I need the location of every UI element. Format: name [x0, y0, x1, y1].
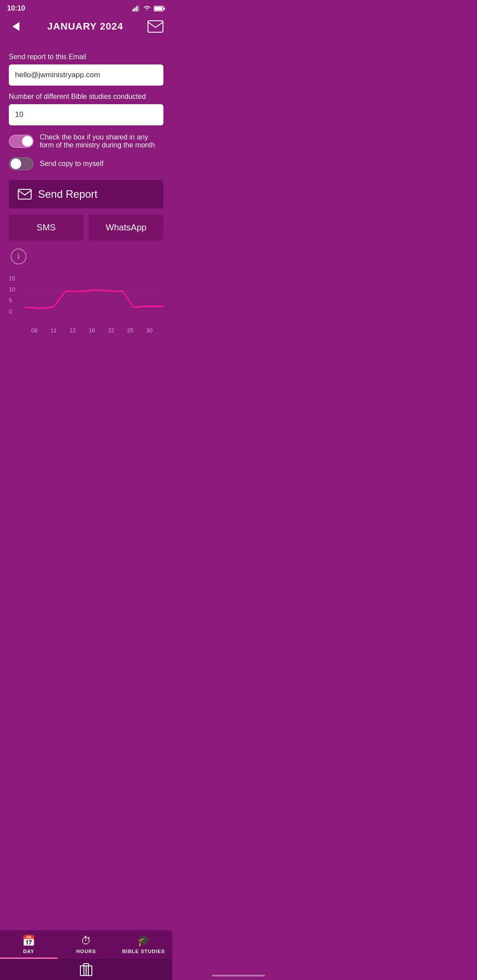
info-row: i: [9, 249, 163, 264]
envelope-icon: [18, 189, 32, 200]
x-label-16: 16: [89, 327, 95, 334]
email-icon-button[interactable]: [146, 17, 165, 36]
svg-rect-6: [155, 7, 163, 10]
y-label-15: 15: [9, 275, 15, 282]
bible-studies-input[interactable]: [9, 104, 163, 125]
x-label-22: 22: [108, 327, 114, 334]
battery-icon: [154, 6, 165, 11]
send-report-icon: [18, 189, 32, 200]
top-bar: JANUARY 2024: [0, 15, 172, 42]
svg-rect-3: [138, 5, 139, 11]
wifi-icon: [143, 5, 151, 11]
copy-toggle-label: Send copy to myself: [40, 160, 103, 168]
ministry-toggle-label: Check the box if you shared in any form …: [40, 133, 163, 149]
x-label-08: 08: [31, 327, 37, 334]
send-report-label: Send Report: [38, 188, 98, 200]
y-label-0: 0: [9, 308, 15, 315]
share-row: SMS WhatsApp: [9, 215, 163, 241]
chart-x-labels: 08 11 12 16 22 25 30: [25, 327, 163, 334]
email-input[interactable]: [9, 64, 163, 86]
ministry-toggle-row: Check the box if you shared in any form …: [9, 133, 163, 149]
status-time: 10:10: [7, 4, 25, 12]
svg-rect-2: [136, 6, 137, 11]
copy-toggle-row: Send copy to myself: [9, 157, 163, 170]
whatsapp-button[interactable]: WhatsApp: [89, 215, 163, 241]
y-label-5: 5: [9, 297, 15, 304]
ministry-toggle[interactable]: [9, 135, 34, 148]
status-icons: [132, 5, 165, 11]
sms-button[interactable]: SMS: [9, 215, 83, 241]
chart-y-labels: 15 10 5 0: [9, 275, 15, 315]
chart-svg: [25, 275, 163, 324]
email-icon: [148, 20, 163, 33]
info-button[interactable]: i: [11, 249, 26, 264]
status-bar: 10:10: [0, 0, 172, 15]
svg-rect-1: [134, 8, 136, 11]
signal-icon: [132, 5, 140, 11]
svg-rect-0: [132, 9, 134, 11]
y-label-10: 10: [9, 286, 15, 293]
back-button[interactable]: [7, 18, 25, 35]
email-field-label: Send report to this Email: [9, 53, 163, 61]
back-arrow-icon: [12, 22, 19, 31]
main-content: Send report to this Email Number of diff…: [0, 42, 172, 328]
x-label-11: 11: [50, 327, 57, 334]
x-label-25: 25: [127, 327, 133, 334]
bible-studies-label: Number of different Bible studies conduc…: [9, 93, 163, 101]
svg-rect-7: [148, 21, 163, 32]
copy-toggle[interactable]: [9, 157, 34, 170]
send-report-button[interactable]: Send Report: [9, 180, 163, 208]
x-label-12: 12: [69, 327, 76, 334]
chart-area: 15 10 5 0 08 11 12 16 22 25 30: [9, 275, 163, 328]
ministry-toggle-thumb: [22, 136, 33, 147]
copy-toggle-thumb: [11, 158, 21, 169]
svg-rect-5: [164, 8, 165, 10]
x-label-30: 30: [146, 327, 152, 334]
svg-rect-8: [18, 189, 31, 199]
page-title: JANUARY 2024: [47, 21, 123, 32]
